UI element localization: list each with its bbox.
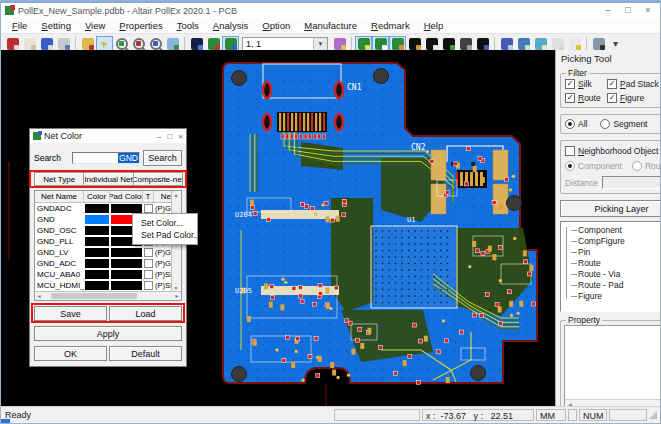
app-window: PollEx_New_Sample.pdbb - Altair PollEx 2… [0,0,661,424]
taskbar-fragment [1,419,10,423]
status-ready: Ready [4,410,332,420]
column-header-pad-color[interactable]: Pad Color [110,191,143,202]
pick-list-item-route-via[interactable]: Route - Via [578,269,661,280]
toggle-cell[interactable] [143,269,154,280]
status-empty-1 [334,409,420,421]
scroll-left-icon[interactable]: ◄ [35,292,43,300]
distance-input[interactable]: 0 [602,176,661,189]
scroll-up-icon[interactable]: ▲ [172,191,180,199]
table-row[interactable]: MCU_ABA0(P)SIG [35,269,181,280]
column-header-net-name[interactable]: Net Name [35,191,84,202]
column-header-color[interactable]: Color [84,191,110,202]
pad-color-cell[interactable] [110,269,143,280]
dialog-title-bar[interactable]: Net Color –□× [30,129,186,143]
checkbox-label: Route [578,93,601,103]
context-menu-item-set-pad-color-[interactable]: Set Pad Color... [133,229,197,241]
dialog-minimize-button[interactable]: – [157,132,161,141]
tab-composite-net[interactable]: Composite-net [133,172,183,186]
column-header-t[interactable]: T [143,191,154,202]
color-cell[interactable] [84,203,110,214]
tab-net-type[interactable]: Net Type [34,172,84,186]
menu-item-properties[interactable]: Properties [112,19,169,33]
pad-color-cell[interactable] [110,247,143,258]
menu-item-help[interactable]: Help [417,19,451,33]
scroll-right-icon[interactable]: ► [173,292,181,300]
silkscreen-label-u205: U205 [235,287,252,295]
mode-radio-segment[interactable]: Segment [600,119,647,129]
default-button[interactable]: Default [109,346,182,361]
color-cell[interactable] [84,280,110,291]
resize-grip[interactable] [649,411,657,419]
menu-item-setting[interactable]: Setting [34,19,78,33]
color-cell[interactable] [84,214,110,225]
toggle-cell[interactable] [143,258,154,269]
table-row[interactable]: GND_ADC(P)GRC [35,258,181,269]
neighborhood-checkbox[interactable]: Neighborhood Object [565,146,661,156]
pick-result-list[interactable]: ComponentCompFigurePinRouteRoute - ViaRo… [560,221,661,312]
pick-list-item-compfigure[interactable]: CompFigure [578,236,661,247]
menu-item-redmark[interactable]: Redmark [364,19,417,33]
radio-icon [632,161,642,171]
pick-list-item-pin[interactable]: Pin [578,247,661,258]
filter-checkbox-pad-stack-pin[interactable]: ✓Pad Stack / Pin [607,79,661,89]
pick-list-item-component[interactable]: Component [578,225,661,236]
search-input[interactable]: GND [72,152,140,164]
pad-color-swatch [111,204,142,213]
apply-button[interactable]: Apply [34,326,182,341]
pick-list-item-route[interactable]: Route [578,258,661,269]
pad-color-cell[interactable] [110,258,143,269]
property-textarea[interactable]: ▲ ▼ ◄ ► [564,325,661,411]
color-cell[interactable] [84,225,110,236]
save-button[interactable]: Save [34,306,107,321]
net-name-cell: MCU_HDMI_TX [35,280,84,291]
search-button[interactable]: Search [143,150,182,166]
checkbox-icon: ✓ [565,93,575,103]
picking-layer-button[interactable]: Picking Layer [560,200,661,217]
menu-item-file[interactable]: File [5,19,34,33]
tab-individual-net[interactable]: Individual Net [83,172,133,186]
checkbox-icon [144,281,153,290]
context-menu-item-set-color-[interactable]: Set Color... [133,217,197,229]
menu-item-analysis[interactable]: Analysis [206,19,255,33]
pad-color-swatch [111,259,142,268]
filter-checkbox-route[interactable]: ✓Route [565,93,607,103]
filter-checkbox-figure[interactable]: ✓Figure [607,93,661,103]
menu-item-option[interactable]: Option [255,19,297,33]
checkbox-label: Silk [578,79,592,89]
mode-radio-all[interactable]: All [565,119,587,129]
scrollbar-thumb[interactable] [51,293,137,299]
dialog-maximize-button[interactable]: □ [167,132,172,141]
title-bar: PollEx_New_Sample.pdbb - Altair PollEx 2… [1,1,660,18]
color-cell[interactable] [84,247,110,258]
ok-button[interactable]: OK [34,346,107,361]
search-input-value: GND [118,153,139,163]
context-menu: Set Color...Set Pad Color... [132,213,198,245]
pick-list-item-route-pad[interactable]: Route - Pad [578,280,661,291]
minimize-button[interactable]: – [598,4,618,17]
toggle-cell[interactable] [143,247,154,258]
color-cell[interactable] [84,269,110,280]
maximize-button[interactable]: □ [618,4,638,17]
pick-list-item-figure[interactable]: Figure [578,291,661,302]
color-cell[interactable] [84,236,110,247]
table-row[interactable]: MCU_HDMI_TX(P)SIG [35,280,181,291]
status-coordinates: x : -73.67 y : 22.51 [422,409,534,421]
color-cell[interactable] [84,258,110,269]
menu-item-view[interactable]: View [78,19,112,33]
dialog-close-button[interactable]: × [178,132,183,141]
color-swatch [85,259,109,268]
color-swatch [85,270,109,279]
neighborhood-radio-component: Component [565,161,622,171]
net-name-cell: GND_PLL [35,236,84,247]
pad-color-cell[interactable] [110,280,143,291]
close-button[interactable]: × [638,4,658,17]
toolbar-separator [351,37,352,51]
load-button[interactable]: Load [109,306,182,321]
table-row[interactable]: GND_LV(P)GRC [35,247,181,258]
table-hscrollbar[interactable]: ◄ ► [35,291,181,300]
menu-item-manufacture[interactable]: Manufacture [297,19,364,33]
menu-item-tools[interactable]: Tools [170,19,206,33]
toggle-cell[interactable] [143,280,154,291]
filter-checkbox-silk[interactable]: ✓Silk [565,79,607,89]
dropdown-arrow-icon[interactable]: ▼ [313,38,327,51]
